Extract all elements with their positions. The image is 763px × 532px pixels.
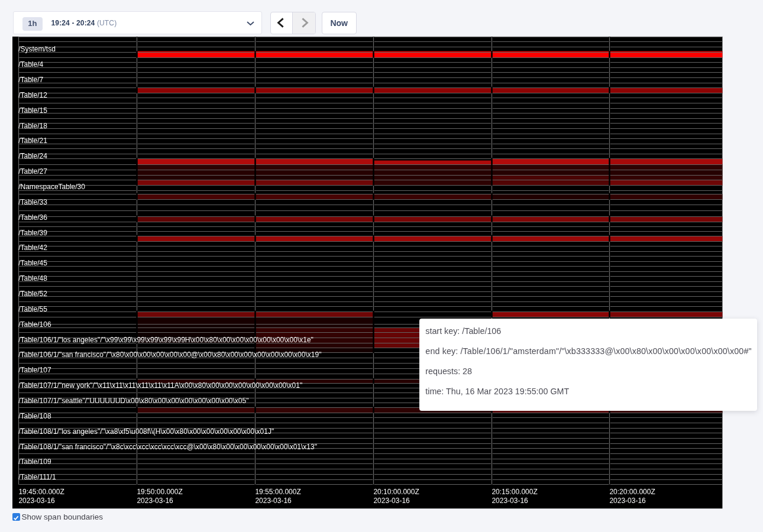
svg-text:20:10:00.000Z: 20:10:00.000Z bbox=[373, 488, 419, 496]
svg-text:/Table/21: /Table/21 bbox=[18, 137, 47, 145]
svg-text:/NamespaceTable/30: /NamespaceTable/30 bbox=[18, 183, 85, 191]
svg-text:/System/tsd: /System/tsd bbox=[18, 45, 56, 53]
svg-text:/Table/107/1/"new york"/"\x11\: /Table/107/1/"new york"/"\x11\x11\x11\x1… bbox=[18, 381, 302, 390]
svg-text:/Table/18: /Table/18 bbox=[18, 122, 47, 130]
svg-text:2023-03-16: 2023-03-16 bbox=[609, 497, 646, 505]
svg-text:/Table/106/1/"los angeles"/"\x: /Table/106/1/"los angeles"/"\x99\x99\x99… bbox=[18, 336, 313, 344]
svg-text:/Table/24: /Table/24 bbox=[18, 152, 47, 160]
svg-text:19:55:00.000Z: 19:55:00.000Z bbox=[255, 488, 300, 496]
svg-text:/Table/52: /Table/52 bbox=[18, 290, 47, 298]
svg-text:19:50:00.000Z: 19:50:00.000Z bbox=[137, 488, 182, 496]
svg-text:/Table/33: /Table/33 bbox=[18, 198, 47, 206]
svg-text:/Table/4: /Table/4 bbox=[18, 60, 43, 69]
svg-text:/Table/39: /Table/39 bbox=[18, 229, 47, 237]
svg-text:/Table/48: /Table/48 bbox=[18, 274, 47, 283]
svg-text:/Table/7: /Table/7 bbox=[18, 76, 43, 84]
svg-text:/Table/45: /Table/45 bbox=[18, 259, 47, 267]
svg-text:/Table/109: /Table/109 bbox=[18, 458, 51, 466]
svg-text:/Table/107: /Table/107 bbox=[18, 366, 51, 374]
svg-text:/Table/108/1/"san francisco"/": /Table/108/1/"san francisco"/"\x8c\xcc\x… bbox=[18, 443, 317, 451]
svg-text:/Table/12: /Table/12 bbox=[18, 91, 47, 99]
svg-text:/Table/27: /Table/27 bbox=[18, 167, 47, 176]
svg-text:20:20:00.000Z: 20:20:00.000Z bbox=[609, 488, 655, 496]
svg-text:/Table/15: /Table/15 bbox=[18, 106, 47, 115]
svg-text:/Table/36: /Table/36 bbox=[18, 213, 47, 222]
svg-text:/Table/106/1/"san francisco"/": /Table/106/1/"san francisco"/"\x80\x00\x… bbox=[18, 351, 321, 359]
svg-text:/Table/111/1: /Table/111/1 bbox=[18, 473, 56, 481]
svg-text:/Table/108/1/"los angeles"/"\x: /Table/108/1/"los angeles"/"\xa8\xf5\u00… bbox=[18, 427, 274, 436]
svg-text:19:45:00.000Z: 19:45:00.000Z bbox=[18, 488, 64, 496]
svg-text:/Table/106: /Table/106 bbox=[18, 320, 51, 329]
svg-text:2023-03-16: 2023-03-16 bbox=[373, 497, 410, 505]
svg-text:2023-03-16: 2023-03-16 bbox=[492, 497, 528, 505]
svg-text:/Table/108: /Table/108 bbox=[18, 412, 51, 420]
svg-text:/Table/55: /Table/55 bbox=[18, 305, 47, 313]
svg-text:2023-03-16: 2023-03-16 bbox=[137, 497, 173, 505]
svg-text:/Table/107/1/"seattle"/"UUUUUU: /Table/107/1/"seattle"/"UUUUUUD\x00\x80\… bbox=[18, 397, 248, 405]
svg-text:/Table/42: /Table/42 bbox=[18, 244, 47, 252]
svg-text:2023-03-16: 2023-03-16 bbox=[18, 497, 55, 505]
svg-text:2023-03-16: 2023-03-16 bbox=[255, 497, 292, 505]
svg-text:20:15:00.000Z: 20:15:00.000Z bbox=[492, 488, 537, 496]
